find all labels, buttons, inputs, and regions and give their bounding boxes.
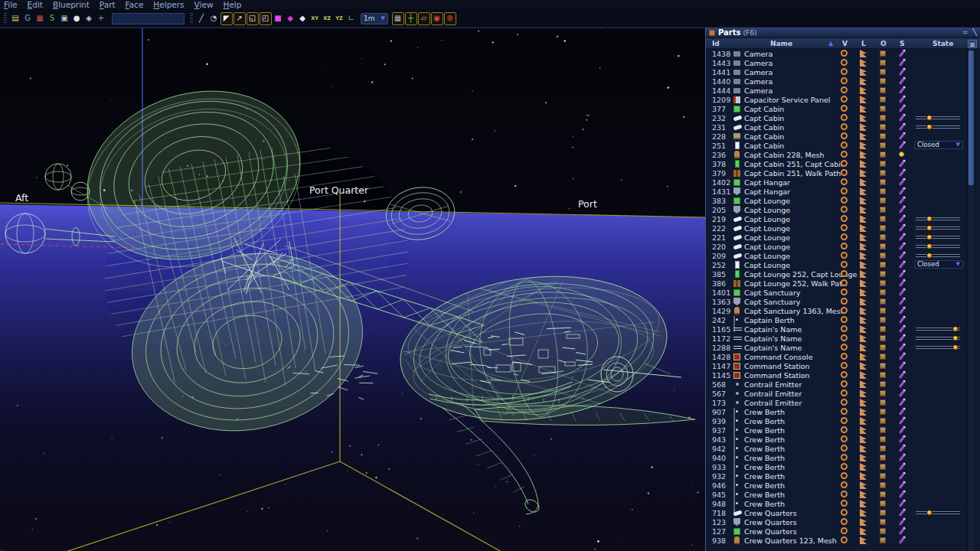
ownership-toggle-icon[interactable] [880, 500, 886, 507]
lock-toggle-icon[interactable] [860, 417, 867, 425]
ownership-toggle-icon[interactable] [880, 234, 886, 240]
grid-size-dropdown[interactable]: 1m▼ [361, 13, 388, 24]
lock-toggle-icon[interactable] [860, 105, 867, 112]
lock-toggle-icon[interactable] [860, 197, 867, 204]
pin-icon[interactable]: ╲ [973, 29, 977, 36]
lock-toggle-icon[interactable] [860, 380, 867, 388]
ownership-toggle-icon[interactable] [880, 207, 886, 213]
visibility-toggle-icon[interactable] [841, 435, 848, 442]
column-header-s[interactable]: S [900, 40, 904, 47]
table-row[interactable]: 1165Captain's Name [706, 324, 966, 334]
edit-pencil-icon[interactable] [899, 425, 906, 434]
scale-icon[interactable]: ◱ [247, 12, 259, 25]
sort-arrow-icon[interactable]: ▲ [828, 40, 833, 47]
lock-toggle-icon[interactable] [860, 536, 867, 544]
visibility-toggle-icon[interactable] [841, 50, 848, 57]
edit-pencil-icon[interactable] [899, 389, 906, 397]
table-row[interactable]: 379Capt Cabin 251, Walk Path [706, 168, 966, 178]
edit-pencil-icon[interactable] [899, 279, 906, 287]
ownership-toggle-icon[interactable] [880, 170, 886, 176]
edit-pencil-icon[interactable] [899, 288, 906, 296]
edit-pencil-icon[interactable] [899, 462, 906, 471]
slider-knob[interactable] [926, 216, 933, 222]
parts-panel-titlebar[interactable]: Parts (F6) = ╲ [706, 28, 980, 38]
lock-toggle-icon[interactable] [860, 215, 867, 223]
ownership-toggle-icon[interactable] [880, 289, 886, 295]
table-row[interactable]: 1431Capt Hangar [706, 187, 966, 196]
visibility-toggle-icon[interactable] [841, 114, 848, 121]
lock-toggle-icon[interactable] [860, 142, 867, 149]
visibility-toggle-icon[interactable] [841, 491, 848, 497]
visibility-toggle-icon[interactable] [841, 289, 848, 295]
ownership-toggle-icon[interactable] [880, 298, 886, 305]
edit-pencil-icon[interactable] [899, 223, 906, 232]
table-row[interactable]: 942Crew Berth [706, 444, 966, 453]
visibility-toggle-icon[interactable] [841, 307, 848, 314]
visibility-toggle-icon[interactable] [841, 325, 848, 332]
visibility-toggle-icon[interactable] [841, 527, 848, 534]
edit-pencil-icon[interactable] [899, 77, 906, 85]
table-row[interactable]: 236Capt Cabin 228, Mesh [706, 150, 966, 159]
edit-pencil-icon[interactable] [899, 141, 906, 149]
table-row[interactable]: 1147Command Station [706, 361, 966, 370]
ownership-toggle-icon[interactable] [880, 436, 886, 442]
lock-toggle-icon[interactable] [860, 243, 867, 250]
visibility-toggle-icon[interactable] [841, 96, 848, 103]
visibility-toggle-icon[interactable] [841, 252, 848, 259]
state-slider[interactable] [916, 245, 960, 248]
edit-pencil-icon[interactable] [899, 168, 906, 177]
table-row[interactable]: 943Crew Berth [706, 435, 966, 444]
menu-item-helpers[interactable]: Helpers [153, 0, 184, 10]
lock-toggle-icon[interactable] [860, 463, 867, 471]
mirror-icon[interactable]: ◈ [83, 12, 95, 24]
edit-pencil-icon[interactable] [899, 233, 906, 241]
visibility-toggle-icon[interactable] [841, 243, 848, 249]
ownership-toggle-icon[interactable] [880, 262, 886, 268]
edit-pencil-icon[interactable] [899, 297, 906, 305]
edit-pencil-icon[interactable] [899, 260, 906, 269]
state-slider[interactable] [916, 126, 960, 129]
edit-pencil-icon[interactable] [899, 95, 906, 103]
visibility-toggle-icon[interactable] [841, 334, 848, 341]
lock-toggle-icon[interactable] [860, 399, 867, 406]
edit-pencil-icon[interactable] [899, 361, 906, 370]
table-row[interactable]: 173Contrail Emitter [706, 398, 966, 407]
menu-item-blueprint[interactable]: Blueprint [53, 0, 90, 10]
table-row[interactable]: 219Capt Lounge [706, 214, 966, 223]
ownership-toggle-icon[interactable] [880, 96, 886, 103]
table-row[interactable]: 251Capt CabinClosed▼ [706, 141, 966, 150]
lock-toggle-icon[interactable] [860, 279, 867, 287]
lock-toggle-icon[interactable] [860, 59, 867, 67]
edit-pencil-icon[interactable] [899, 49, 906, 57]
visibility-toggle-icon[interactable] [841, 197, 848, 204]
ownership-toggle-icon[interactable] [880, 216, 886, 222]
viewport-3d[interactable]: AftPort QuarterPort [0, 28, 705, 551]
lock-toggle-icon[interactable] [860, 344, 867, 351]
lock-toggle-icon[interactable] [860, 371, 867, 379]
history-icon[interactable]: ◔ [208, 12, 220, 24]
visibility-toggle-icon[interactable] [841, 169, 848, 176]
visibility-toggle-icon[interactable] [841, 408, 848, 415]
lock-toggle-icon[interactable] [860, 509, 867, 517]
visibility-toggle-icon[interactable] [841, 454, 848, 461]
lock-toggle-icon[interactable] [860, 178, 867, 186]
visibility-toggle-icon[interactable] [841, 123, 848, 130]
axes-toggle-icon[interactable]: ┼ [405, 12, 417, 25]
ownership-toggle-icon[interactable] [880, 69, 886, 75]
ownership-toggle-icon[interactable] [880, 445, 886, 452]
ownership-toggle-icon[interactable] [880, 271, 886, 277]
menu-item-face[interactable]: Face [126, 0, 144, 10]
lock-toggle-icon[interactable] [860, 233, 867, 241]
ownership-toggle-icon[interactable] [880, 482, 886, 488]
ownership-toggle-icon[interactable] [880, 464, 886, 470]
lock-toggle-icon[interactable] [860, 160, 867, 168]
table-row[interactable]: 718Crew Quarters [706, 508, 966, 517]
ownership-toggle-icon[interactable] [880, 427, 886, 433]
ownership-toggle-icon[interactable] [880, 537, 886, 543]
collapse-icon[interactable]: = [962, 29, 969, 36]
column-header-state[interactable]: State [933, 40, 953, 47]
grid-toggle-icon[interactable]: ▦ [392, 12, 404, 25]
slider-knob[interactable] [952, 344, 959, 350]
visibility-toggle-icon[interactable] [841, 187, 848, 194]
column-config-icon[interactable]: ≡ [968, 40, 977, 48]
